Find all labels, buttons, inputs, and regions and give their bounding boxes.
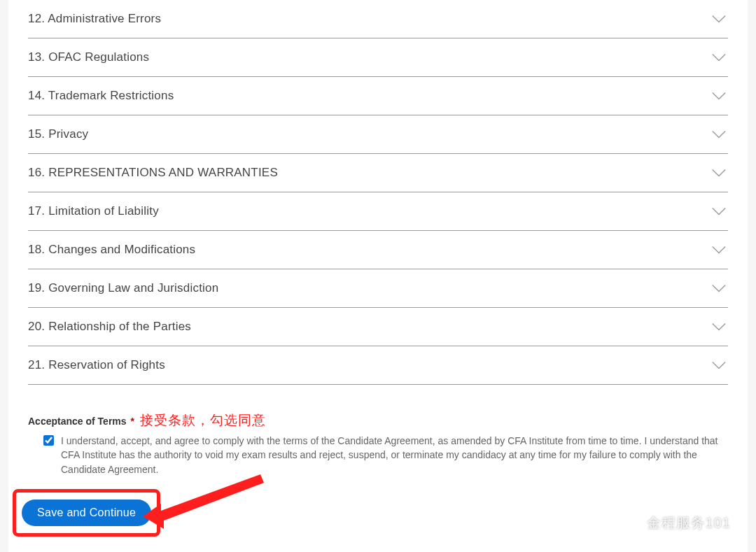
- acceptance-header: Acceptance of Terms * 接受条款，勾选同意: [28, 411, 728, 430]
- watermark-text: 金程服务101: [647, 514, 731, 532]
- accordion-list: 12. Administrative Errors13. OFAC Regula…: [8, 0, 748, 385]
- wechat-icon: [623, 514, 641, 532]
- button-area: Save and Continue: [13, 489, 160, 537]
- accordion-item-label: 17. Limitation of Liability: [28, 204, 159, 218]
- accordion-item-label: 13. OFAC Regulations: [28, 50, 149, 64]
- chevron-down-icon: [711, 281, 727, 296]
- watermark: 金程服务101: [623, 514, 731, 532]
- accordion-item[interactable]: 13. OFAC Regulations: [28, 38, 728, 77]
- accordion-item-label: 19. Governing Law and Jurisdiction: [28, 281, 218, 295]
- annotation-arrow-icon: [141, 473, 274, 546]
- required-indicator: *: [131, 416, 134, 427]
- accordion-item[interactable]: 15. Privacy: [28, 115, 728, 154]
- accordion-item[interactable]: 18. Changes and Modifications: [28, 231, 728, 269]
- acceptance-title: Acceptance of Terms: [28, 416, 127, 427]
- chevron-down-icon: [711, 165, 727, 181]
- accordion-item-label: 15. Privacy: [28, 127, 88, 141]
- chevron-down-icon: [711, 88, 727, 104]
- chevron-down-icon: [711, 358, 727, 373]
- annotation-highlight-box: Save and Continue: [13, 489, 160, 537]
- chevron-down-icon: [711, 319, 727, 334]
- chevron-down-icon: [711, 11, 727, 27]
- chevron-down-icon: [711, 204, 727, 219]
- accordion-item-label: 18. Changes and Modifications: [28, 243, 195, 257]
- accordion-item[interactable]: 19. Governing Law and Jurisdiction: [28, 269, 728, 308]
- chevron-down-icon: [711, 127, 727, 142]
- acceptance-checkbox[interactable]: [43, 435, 54, 446]
- page-card: 12. Administrative Errors13. OFAC Regula…: [8, 0, 748, 552]
- accordion-item-label: 16. REPRESENTATIONS AND WARRANTIES: [28, 166, 278, 180]
- chevron-down-icon: [711, 242, 727, 257]
- chevron-down-icon: [711, 50, 727, 65]
- annotation-text: 接受条款，勾选同意: [140, 411, 266, 430]
- accordion-item[interactable]: 14. Trademark Restrictions: [28, 77, 728, 115]
- accordion-item-label: 12. Administrative Errors: [28, 12, 161, 26]
- accordion-item[interactable]: 12. Administrative Errors: [28, 0, 728, 38]
- save-continue-button[interactable]: Save and Continue: [22, 500, 151, 526]
- accordion-item[interactable]: 20. Relationship of the Parties: [28, 308, 728, 346]
- acceptance-checkbox-label: I understand, accept, and agree to compl…: [61, 434, 728, 476]
- accordion-item[interactable]: 16. REPRESENTATIONS AND WARRANTIES: [28, 154, 728, 192]
- accordion-item[interactable]: 21. Reservation of Rights: [28, 346, 728, 385]
- accordion-item[interactable]: 17. Limitation of Liability: [28, 192, 728, 231]
- accordion-item-label: 20. Relationship of the Parties: [28, 320, 191, 334]
- acceptance-checkbox-row[interactable]: I understand, accept, and agree to compl…: [28, 434, 728, 476]
- svg-marker-0: [143, 474, 264, 529]
- accordion-item-label: 14. Trademark Restrictions: [28, 89, 174, 103]
- acceptance-section: Acceptance of Terms * 接受条款，勾选同意 I unders…: [8, 385, 748, 476]
- accordion-item-label: 21. Reservation of Rights: [28, 358, 165, 372]
